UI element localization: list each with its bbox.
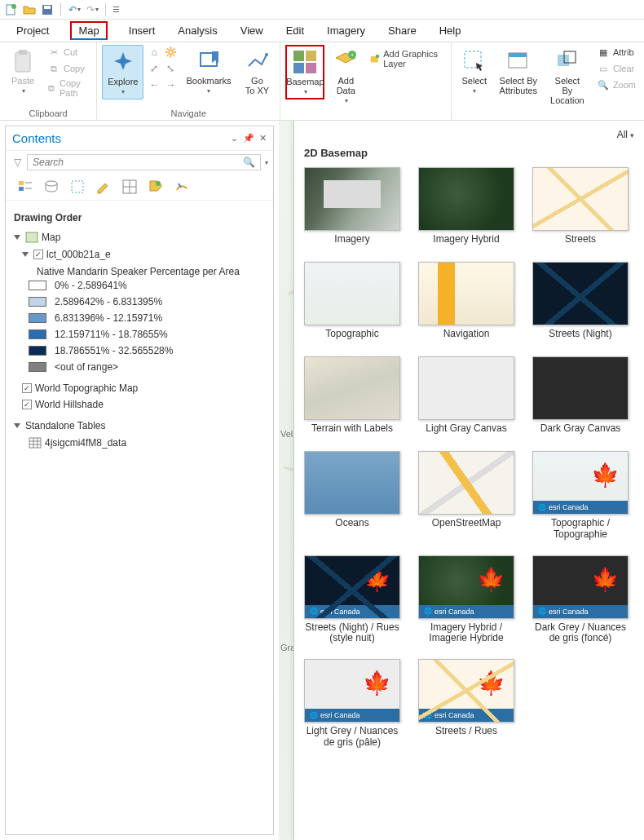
- select-button[interactable]: Select▾: [457, 45, 492, 98]
- legend-row: 6.831396% - 12.15971%: [14, 310, 265, 326]
- tab-imagery[interactable]: Imagery: [325, 21, 367, 40]
- open-project-icon[interactable]: [23, 3, 36, 16]
- basemap-item[interactable]: 🍁esri CanadaTopographic / Topographie: [531, 451, 630, 541]
- zoom-in-icon[interactable]: ⤢: [147, 61, 161, 76]
- pin-icon[interactable]: 📌: [243, 133, 254, 144]
- basemap-checkbox[interactable]: ✓: [22, 383, 32, 393]
- list-by-snapping-icon[interactable]: [121, 179, 138, 195]
- undo-icon[interactable]: ↶▾: [68, 3, 81, 16]
- basemap-item[interactable]: 🍁esri CanadaDark Grey / Nuances de gris …: [531, 555, 630, 645]
- basemap-item[interactable]: 🍁esri CanadaStreets (Night) / Rues (styl…: [302, 555, 402, 645]
- list-by-selection-icon[interactable]: [69, 179, 86, 195]
- prev-extent-icon[interactable]: ←: [147, 77, 161, 92]
- basemap-item[interactable]: Dark Gray Canvas: [531, 356, 630, 436]
- basemap-layer-row[interactable]: ✓ World Topographic Map: [14, 380, 265, 396]
- list-by-labeling-icon[interactable]: [148, 179, 164, 195]
- swatch: [29, 329, 46, 339]
- basemap-item[interactable]: 🍁esri CanadaLight Grey / Nuances de gris…: [302, 659, 402, 749]
- redo-icon[interactable]: ↷▾: [86, 3, 99, 16]
- maple-leaf-icon: 🍁: [477, 566, 505, 593]
- select-by-attributes-button[interactable]: Select By Attributes: [496, 45, 541, 99]
- search-options[interactable]: ▾: [265, 159, 268, 166]
- svg-rect-8: [293, 51, 304, 61]
- basemap-item[interactable]: 🍁esri CanadaStreets / Rues: [417, 659, 516, 749]
- add-graphics-layer-button[interactable]: Add Graphics Layer: [367, 48, 446, 69]
- cut-button[interactable]: ✂Cut: [44, 45, 91, 60]
- map-icon: [25, 231, 38, 244]
- tab-insert[interactable]: Insert: [127, 21, 157, 40]
- next-extent-icon[interactable]: →: [163, 77, 178, 92]
- basemap-item[interactable]: OpenStreetMap: [417, 451, 516, 541]
- basemap-checkbox[interactable]: ✓: [22, 400, 32, 409]
- basemap-label: Topographic / Topographie: [531, 518, 630, 541]
- basemap-label: Light Grey / Nuances de gris (pâle): [302, 726, 402, 749]
- list-by-perf-icon[interactable]: [174, 179, 190, 195]
- maple-leaf-icon: 🍁: [363, 566, 391, 593]
- legend-row: 0% - 2.589641%: [14, 277, 265, 294]
- select-by-location-button[interactable]: Select By Location: [545, 45, 590, 108]
- full-extent-icon[interactable]: ⌂: [147, 45, 161, 60]
- table-row[interactable]: 4jsigcmi4fM8_data: [14, 434, 265, 452]
- copy-path-button[interactable]: ⧉Copy Path: [44, 77, 91, 99]
- standalone-tables-row[interactable]: Standalone Tables: [14, 418, 265, 434]
- gotoxy-button[interactable]: Go To XY: [239, 45, 275, 99]
- basemap-item[interactable]: 🍁esri CanadaImagery Hybrid / Imagerie Hy…: [417, 555, 516, 645]
- search-icon[interactable]: 🔍: [243, 157, 255, 168]
- gotoxy-label: Go To XY: [245, 76, 269, 95]
- basemap-item[interactable]: Imagery: [302, 167, 402, 247]
- svg-rect-5: [19, 50, 27, 55]
- list-by-editing-icon[interactable]: [95, 179, 112, 195]
- layer-checkbox[interactable]: ✓: [33, 250, 43, 259]
- paste-button[interactable]: Paste▾: [5, 45, 41, 98]
- map-view[interactable]: Vela Gra All▾ 2D Basemap ImageryImagery …: [279, 121, 644, 840]
- basemap-item[interactable]: Topographic: [302, 262, 402, 342]
- basemap-item[interactable]: Imagery Hybrid: [417, 167, 516, 247]
- zoom-out-icon[interactable]: ⤡: [163, 61, 178, 76]
- basemap-item[interactable]: Oceans: [302, 451, 402, 541]
- attributes-button[interactable]: ▦Attrib: [593, 45, 639, 60]
- tab-analysis[interactable]: Analysis: [176, 21, 218, 40]
- filter-icon[interactable]: ▽: [11, 156, 24, 169]
- fixed-zoom-in-icon[interactable]: 🔆: [163, 45, 178, 60]
- layer-row[interactable]: ✓ lct_000b21a_e: [14, 246, 265, 263]
- map-frame-row[interactable]: Map: [14, 228, 265, 246]
- basemap-item[interactable]: Streets (Night): [531, 262, 630, 342]
- gallery-filter-all[interactable]: All▾: [617, 129, 634, 140]
- add-data-button[interactable]: + Add Data▾: [328, 45, 364, 108]
- tab-edit[interactable]: Edit: [285, 21, 306, 40]
- esri-banner: esri Canada: [419, 605, 514, 618]
- save-icon[interactable]: [41, 3, 54, 16]
- tab-help[interactable]: Help: [438, 21, 463, 40]
- bookmarks-button[interactable]: Bookmarks▾: [181, 45, 236, 98]
- swatch-out-of-range: [29, 362, 46, 372]
- maple-leaf-icon: 🍁: [477, 670, 505, 696]
- close-icon[interactable]: ✕: [259, 133, 267, 144]
- expand-icon[interactable]: [14, 235, 20, 240]
- expand-icon[interactable]: [14, 423, 20, 428]
- tab-map[interactable]: Map: [70, 21, 107, 40]
- basemap-thumb: [304, 356, 400, 420]
- collapse-icon[interactable]: ⌄: [231, 133, 238, 144]
- basemap-thumb: 🍁esri Canada: [304, 555, 400, 619]
- basemap-button[interactable]: Basemap▾: [285, 45, 324, 99]
- svg-rect-21: [19, 181, 24, 185]
- copy-button[interactable]: ⧉Copy: [44, 61, 91, 76]
- new-project-icon[interactable]: [5, 3, 18, 16]
- list-by-source-icon[interactable]: [43, 179, 60, 195]
- legend-row: 18.786551% - 32.565528%: [14, 343, 265, 359]
- tab-share[interactable]: Share: [386, 21, 418, 40]
- basemap-item[interactable]: Light Gray Canvas: [417, 356, 516, 436]
- basemap-item[interactable]: Terrain with Labels: [302, 356, 402, 436]
- clear-selection-button[interactable]: ▭Clear: [593, 61, 639, 76]
- expand-icon[interactable]: [22, 252, 29, 257]
- qat-customize[interactable]: ☰: [112, 5, 120, 14]
- basemap-item[interactable]: Streets: [531, 167, 630, 247]
- tab-view[interactable]: View: [239, 21, 265, 40]
- list-by-drawing-icon[interactable]: [17, 179, 33, 195]
- zoom-selection-button[interactable]: 🔍Zoom: [593, 77, 639, 92]
- search-input[interactable]: [33, 157, 243, 168]
- tab-project[interactable]: Project: [15, 21, 51, 40]
- basemap-layer-row[interactable]: ✓ World Hillshade: [14, 396, 265, 413]
- explore-button[interactable]: Explore▾: [102, 45, 143, 99]
- basemap-item[interactable]: Navigation: [417, 262, 516, 342]
